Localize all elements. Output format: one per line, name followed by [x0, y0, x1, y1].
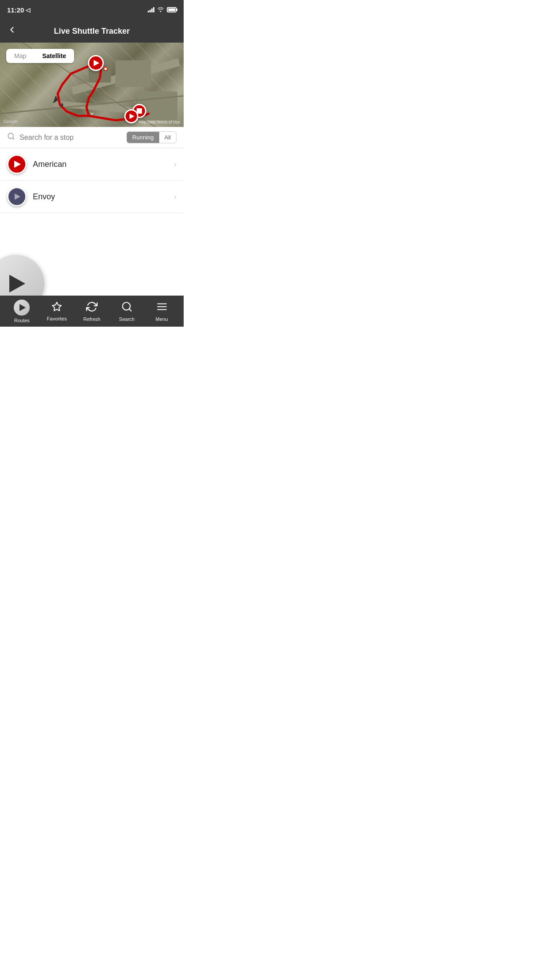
status-left: 11:20 ◁	[7, 6, 30, 14]
envoy-label: Envoy	[33, 192, 174, 202]
svg-line-8	[12, 138, 14, 139]
routes-play-icon	[9, 275, 25, 292]
refresh-label: Refresh	[83, 316, 101, 322]
shuttle-marker-2	[124, 109, 138, 123]
chevron-right-icon: ›	[174, 160, 177, 169]
american-icon	[7, 154, 27, 174]
list-item-envoy[interactable]: Envoy ›	[0, 181, 184, 213]
signal-icon	[148, 7, 154, 12]
back-button[interactable]	[7, 25, 17, 37]
tab-bar: Routes Favorites Refresh Search	[0, 296, 184, 327]
search-label: Search	[119, 316, 134, 322]
svg-marker-9	[52, 302, 61, 311]
status-right	[148, 6, 177, 13]
page-title: Live Shuttle Tracker	[54, 27, 130, 36]
running-filter-button[interactable]: Running	[127, 132, 159, 143]
chevron-right-icon-2: ›	[174, 192, 177, 202]
envoy-icon	[7, 187, 27, 206]
map-button[interactable]: Map	[6, 49, 34, 63]
svg-rect-2	[115, 60, 151, 87]
map-data-attribution: Map Data Terms of Use	[138, 120, 180, 124]
list-item-american[interactable]: American ›	[0, 148, 184, 181]
tab-refresh[interactable]: Refresh	[75, 301, 110, 322]
location-icon: ◁	[26, 7, 30, 13]
user-location-marker	[52, 95, 59, 106]
wifi-icon	[157, 6, 164, 13]
search-section[interactable]: Running All	[0, 127, 184, 148]
favorites-icon	[51, 301, 62, 315]
menu-label: Menu	[156, 316, 168, 322]
direction-arrow	[59, 102, 65, 110]
battery-icon	[167, 7, 177, 12]
all-filter-button[interactable]: All	[159, 132, 176, 143]
google-attribution: Google	[4, 119, 18, 124]
filter-toggle[interactable]: Running All	[126, 131, 177, 143]
status-bar: 11:20 ◁	[0, 0, 184, 20]
content-area: Map Satellite	[0, 43, 184, 296]
svg-line-11	[129, 309, 131, 311]
tab-routes[interactable]: Routes	[4, 300, 39, 323]
refresh-icon	[86, 301, 98, 315]
map-collapse-button[interactable]: ˅	[90, 112, 94, 123]
satellite-button[interactable]: Satellite	[34, 49, 74, 63]
search-icon	[7, 132, 15, 142]
nav-header: Live Shuttle Tracker	[0, 20, 184, 43]
tab-favorites[interactable]: Favorites	[39, 301, 75, 321]
american-label: American	[33, 160, 174, 169]
map-view[interactable]: Map Satellite	[0, 43, 184, 127]
tab-search[interactable]: Search	[109, 301, 144, 322]
tab-menu[interactable]: Menu	[144, 301, 179, 322]
menu-icon	[156, 301, 168, 315]
shuttle-marker-1	[88, 55, 104, 71]
favorites-label: Favorites	[47, 316, 67, 321]
time-display: 11:20	[7, 6, 24, 14]
search-tab-icon	[121, 301, 133, 315]
stops-list: American › Envoy ›	[0, 148, 184, 213]
routes-label: Routes	[14, 318, 30, 323]
stop-search-input[interactable]	[20, 134, 122, 142]
map-type-toggle[interactable]: Map Satellite	[6, 49, 74, 63]
